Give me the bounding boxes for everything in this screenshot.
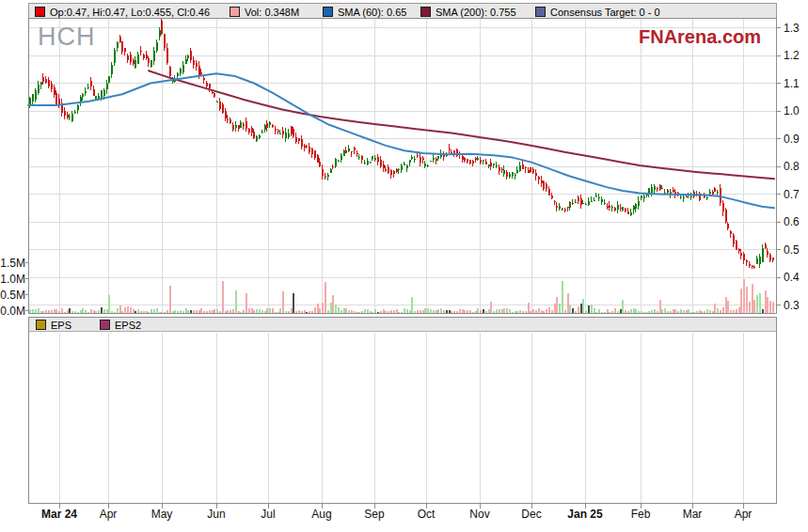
gridlines <box>29 19 776 503</box>
x-axis-label: Dec <box>521 508 541 521</box>
price-axis-label: 0.5 <box>784 243 800 257</box>
chart-window: Op:0.47, Hi:0.47, Lo:0.455, Cl:0.46 Vol:… <box>0 0 808 532</box>
x-axis-label: Apr <box>735 508 753 521</box>
ticker-symbol: HCH <box>38 23 96 52</box>
price-axis-label: 0.8 <box>784 160 800 173</box>
x-axis-label: Jun <box>207 508 225 521</box>
eps-legend-item: EPS <box>36 320 71 330</box>
eps2-legend-label: EPS2 <box>115 321 141 330</box>
x-axis-label: Jul <box>261 508 275 521</box>
price-axis-label: 0.9 <box>784 133 800 146</box>
site-logo: FNArena.com <box>639 26 761 48</box>
price-chart-canvas <box>0 0 808 532</box>
x-axis-label: Nov <box>469 508 489 521</box>
volume-axis-label: 1.0M <box>0 273 25 286</box>
price-axis-label: 0.7 <box>784 188 800 201</box>
price-axis-label: 0.6 <box>784 215 800 228</box>
volume-axis-label: 0.5M <box>0 289 25 302</box>
candles <box>29 19 774 269</box>
x-axis-label: Oct <box>418 508 436 521</box>
eps-legend-label: EPS <box>51 321 71 330</box>
eps2-swatch-icon <box>100 320 110 330</box>
price-axis-label: 0.3 <box>784 299 800 312</box>
eps-swatch-icon <box>36 320 46 330</box>
x-axis-label: Mar 24 <box>41 508 77 521</box>
eps2-legend-item: EPS2 <box>100 320 141 330</box>
volume-axis-label: 0.0M <box>0 305 25 318</box>
x-axis-label: Aug <box>311 508 331 521</box>
axes <box>25 19 782 509</box>
volume-bars <box>29 279 774 313</box>
x-axis-label: Apr <box>100 508 118 521</box>
price-axis-label: 1.1 <box>784 77 800 90</box>
sma-lines <box>28 70 774 208</box>
x-axis-label: May <box>151 508 173 521</box>
volume-axis-label: 1.5M <box>0 257 25 270</box>
x-axis-label: Feb <box>631 508 651 521</box>
eps-panel-border <box>29 318 777 504</box>
x-axis-label: Sep <box>364 508 384 521</box>
price-axis-label: 0.4 <box>784 271 800 284</box>
price-axis-label: 1.0 <box>784 104 800 117</box>
x-axis-label: Mar <box>683 508 703 521</box>
price-axis-label: 1.2 <box>784 49 800 62</box>
eps-legend-bar: EPS EPS2 <box>29 318 776 332</box>
sma60-line <box>28 73 774 208</box>
price-axis-label: 1.3 <box>784 22 800 35</box>
x-axis-label: Jan 25 <box>567 508 602 521</box>
